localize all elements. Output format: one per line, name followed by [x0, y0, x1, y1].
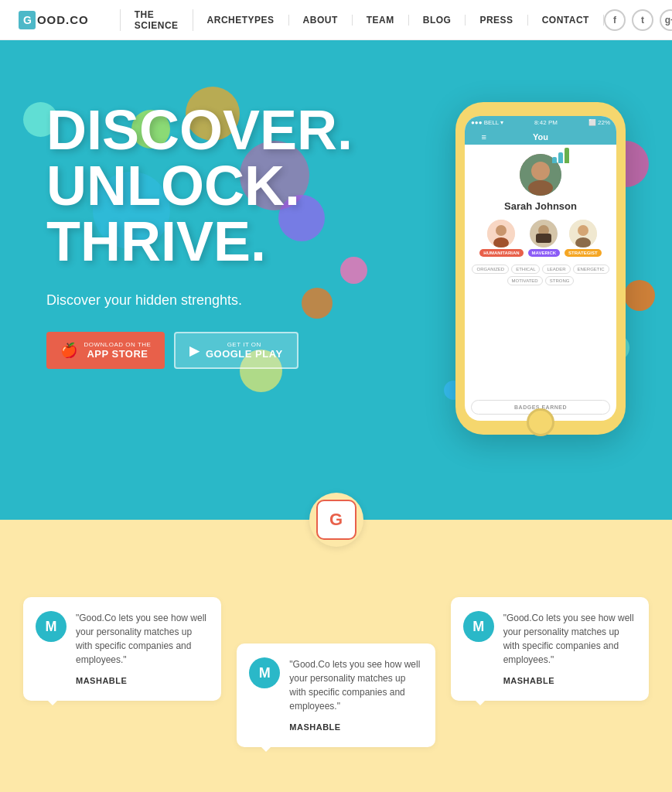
- testimonial-text-center: "Good.Co lets you see how well your pers…: [289, 657, 422, 713]
- logo-badge-inner: G: [316, 500, 356, 540]
- testimonial-content-left: "Good.Co lets you see how well your pers…: [76, 611, 209, 687]
- testimonial-source-right: MASHABLE: [503, 676, 554, 685]
- tag-motivated: MOTIVATED: [507, 276, 543, 285]
- archetype-row: HUMANITARIAN MAVERICK: [479, 220, 601, 257]
- archetype-humanitarian: HUMANITARIAN: [479, 220, 523, 257]
- tag-energetic: ENERGETIC: [573, 265, 609, 274]
- tag-strong: STRONG: [545, 276, 575, 285]
- testimonial-col-center: M "Good.Co lets you see how well your pe…: [237, 644, 435, 747]
- testimonial-source-left: MASHABLE: [76, 676, 127, 685]
- nav-social: f t g+: [604, 9, 672, 31]
- phone-titlebar: ≡ You ≡: [465, 129, 616, 145]
- archetype-strategist: STRATEGIST: [565, 220, 602, 257]
- testimonials-section: M "Good.Co lets you see how well your pe…: [0, 582, 672, 792]
- testimonial-avatar-right: M: [463, 611, 494, 642]
- logo-badge-letter: G: [329, 510, 343, 530]
- tag-leader: LEADER: [542, 265, 570, 274]
- logo[interactable]: G OOD.CO: [19, 11, 89, 29]
- nav-link-blog[interactable]: BLOG: [409, 15, 466, 26]
- phone-body: Sarah Johnson HUMANITARIAN: [465, 145, 616, 421]
- divider-section: G: [0, 520, 672, 582]
- phone-home-button[interactable]: [527, 408, 554, 436]
- nav-link-team[interactable]: TEAM: [353, 15, 409, 26]
- phone-mockup: ●●● BELL ▾ 8:42 PM ⬜ 22% ≡ You ≡: [455, 102, 626, 435]
- phone-screen-title: You: [533, 132, 548, 142]
- phone-frame: ●●● BELL ▾ 8:42 PM ⬜ 22% ≡ You ≡: [455, 102, 626, 435]
- logo-text: OOD.CO: [37, 13, 89, 26]
- avatar-bars: [552, 148, 569, 163]
- archetype-maverick: MAVERICK: [528, 220, 561, 257]
- testimonial-content-center: "Good.Co lets you see how well your pers…: [289, 657, 422, 733]
- testimonial-content-right: "Good.Co lets you see how well your pers…: [503, 611, 636, 687]
- nav-link-contact[interactable]: CONTACT: [528, 15, 604, 26]
- svg-point-10: [578, 225, 588, 236]
- svg-point-2: [528, 180, 553, 196]
- testimonial-card-center: M "Good.Co lets you see how well your pe…: [237, 644, 435, 747]
- tag-ethical: ETHICAL: [511, 265, 540, 274]
- tags-row: ORGANIZED ETHICAL LEADER ENERGETIC MOTIV…: [471, 265, 610, 285]
- phone-screen: ●●● BELL ▾ 8:42 PM ⬜ 22% ≡ You ≡: [465, 116, 616, 421]
- svg-point-4: [496, 225, 507, 236]
- statusbar-center: 8:42 PM: [534, 119, 558, 126]
- svg-rect-8: [536, 234, 551, 243]
- navbar: G OOD.CO THE SCIENCE ARCHETYPES ABOUT TE…: [0, 0, 672, 40]
- testimonial-text-left: "Good.Co lets you see how well your pers…: [76, 611, 209, 667]
- nav-link-science[interactable]: THE SCIENCE: [120, 9, 193, 31]
- testimonial-avatar-center: M: [249, 657, 280, 688]
- hero-section: DISCOVER. UNLOCK. THRIVE. Discover your …: [0, 40, 672, 520]
- nav-link-about[interactable]: ABOUT: [289, 15, 353, 26]
- testimonial-source-center: MASHABLE: [289, 722, 340, 732]
- testimonial-text-right: "Good.Co lets you see how well your pers…: [503, 611, 636, 667]
- play-icon: ▶: [189, 343, 200, 358]
- hamburger-icon: ≡: [482, 132, 486, 142]
- facebook-icon[interactable]: f: [604, 9, 626, 31]
- testimonial-col-right: M "Good.Co lets you see how well your pe…: [451, 597, 649, 701]
- appstore-label: Download on the APP STORE: [84, 341, 152, 360]
- googleplay-button[interactable]: ▶ Get it on GOOGLE PLAY: [174, 332, 298, 369]
- statusbar-left: ●●● BELL ▾: [471, 119, 503, 126]
- logo-badge: G: [309, 493, 363, 547]
- appstore-button[interactable]: 🍎 Download on the APP STORE: [46, 332, 165, 369]
- testimonial-card-right: M "Good.Co lets you see how well your pe…: [451, 597, 649, 701]
- apple-icon: 🍎: [60, 342, 78, 359]
- avatar-area: [520, 154, 561, 196]
- nav-link-archetypes[interactable]: ARCHETYPES: [193, 15, 289, 26]
- nav-links: THE SCIENCE ARCHETYPES ABOUT TEAM BLOG P…: [120, 9, 604, 31]
- statusbar-right: ⬜ 22%: [588, 119, 610, 126]
- profile-name: Sarah Johnson: [504, 200, 577, 212]
- logo-box: G: [19, 11, 36, 29]
- svg-point-1: [531, 162, 550, 180]
- phone-statusbar: ●●● BELL ▾ 8:42 PM ⬜ 22%: [465, 116, 616, 129]
- twitter-icon[interactable]: t: [632, 9, 653, 31]
- testimonial-card-left: M "Good.Co lets you see how well your pe…: [23, 597, 221, 701]
- testimonial-avatar-left: M: [36, 611, 67, 642]
- testimonial-col-left: M "Good.Co lets you see how well your pe…: [23, 597, 221, 701]
- googleplay-label: Get it on GOOGLE PLAY: [206, 341, 283, 360]
- googleplus-icon[interactable]: g+: [660, 9, 672, 31]
- tag-organized: ORGANIZED: [472, 265, 509, 274]
- nav-link-press[interactable]: PRESS: [466, 15, 527, 26]
